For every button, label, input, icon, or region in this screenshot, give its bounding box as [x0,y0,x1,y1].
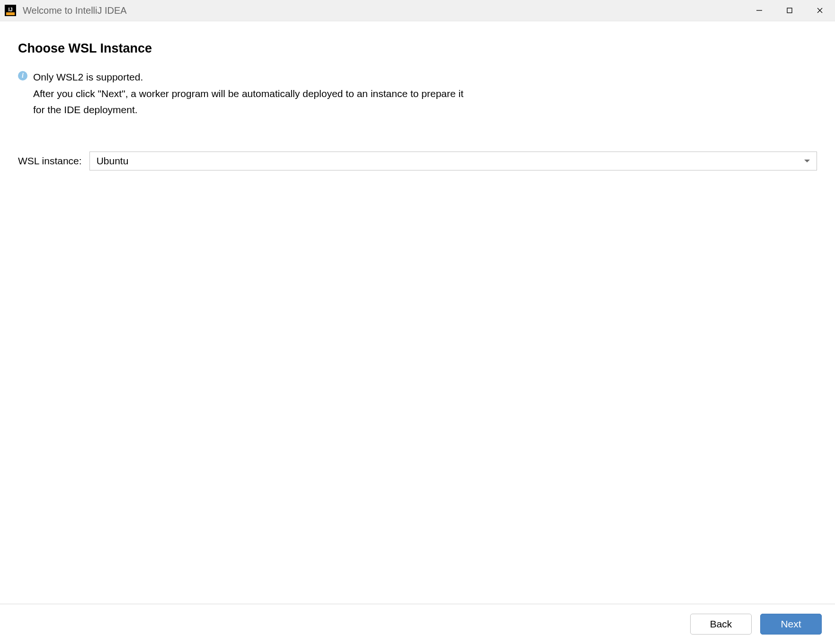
maximize-icon [786,7,793,14]
info-icon: i [18,71,27,80]
app-icon: IJ [5,5,16,16]
info-line-2: After you click "Next", a worker program… [33,86,469,118]
close-button[interactable] [805,0,835,21]
svg-rect-1 [787,8,792,13]
wsl-instance-row: WSL instance: Ubuntu [18,152,817,170]
close-icon [816,7,824,14]
wsl-instance-label: WSL instance: [18,155,82,167]
next-button[interactable]: Next [760,614,822,635]
back-button[interactable]: Back [690,614,752,635]
window-title: Welcome to IntelliJ IDEA [23,5,744,16]
info-line-1: Only WSL2 is supported. [33,69,469,86]
wsl-instance-selected-value: Ubuntu [97,155,129,167]
info-block: i Only WSL2 is supported. After you clic… [18,69,817,118]
minimize-button[interactable] [744,0,774,21]
page-heading: Choose WSL Instance [18,41,817,56]
wsl-instance-select[interactable]: Ubuntu [89,152,817,170]
window-controls [744,0,835,21]
app-icon-text: IJ [8,7,12,12]
info-text: Only WSL2 is supported. After you click … [33,69,469,118]
content-area: Choose WSL Instance i Only WSL2 is suppo… [0,21,835,604]
footer: Back Next [0,604,835,644]
chevron-down-icon [804,160,810,162]
title-bar: IJ Welcome to IntelliJ IDEA [0,0,835,21]
minimize-icon [755,7,763,14]
maximize-button[interactable] [774,0,805,21]
